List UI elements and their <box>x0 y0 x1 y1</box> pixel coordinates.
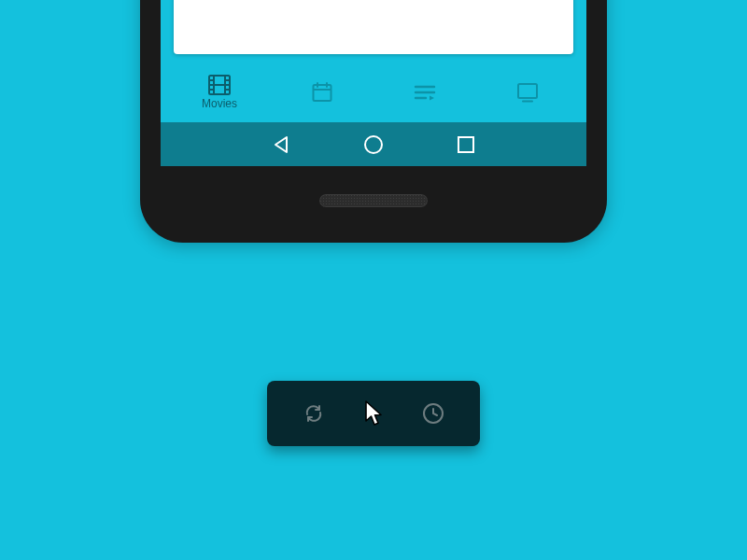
tool-sync-button[interactable] <box>291 391 336 436</box>
sync-icon <box>302 401 326 426</box>
phone-device: Movies Calendar <box>140 0 607 243</box>
svg-point-17 <box>365 136 382 153</box>
tool-cursor-button[interactable] <box>351 391 396 436</box>
film-icon <box>208 75 231 95</box>
svg-rect-8 <box>314 85 331 101</box>
phone-screen: Movies Calendar <box>161 0 586 166</box>
app-bottom-nav: Movies Calendar <box>161 63 586 122</box>
nav-item-playlist[interactable]: Playlist <box>374 63 476 122</box>
calendar-icon <box>312 82 332 103</box>
android-back-button[interactable] <box>264 135 298 154</box>
back-triangle-icon <box>273 135 289 154</box>
android-nav-bar <box>161 122 586 166</box>
nav-item-calendar[interactable]: Calendar <box>271 63 374 122</box>
recent-square-icon <box>457 135 475 154</box>
svg-rect-18 <box>458 137 473 152</box>
nav-item-screens[interactable]: Screens <box>476 63 579 122</box>
monitor-icon <box>516 82 539 103</box>
floating-toolbar <box>267 381 480 446</box>
home-circle-icon <box>363 134 384 155</box>
tool-clock-button[interactable] <box>411 391 456 436</box>
svg-rect-15 <box>518 84 537 98</box>
nav-item-movies[interactable]: Movies <box>168 63 271 122</box>
nav-label-movies: Movies <box>202 97 237 110</box>
phone-speaker <box>319 194 428 207</box>
cursor-icon <box>360 399 387 428</box>
android-home-button[interactable] <box>357 134 390 155</box>
android-recent-button[interactable] <box>449 135 483 154</box>
content-card <box>174 0 573 54</box>
playlist-icon <box>414 83 436 102</box>
clock-icon <box>421 401 445 426</box>
